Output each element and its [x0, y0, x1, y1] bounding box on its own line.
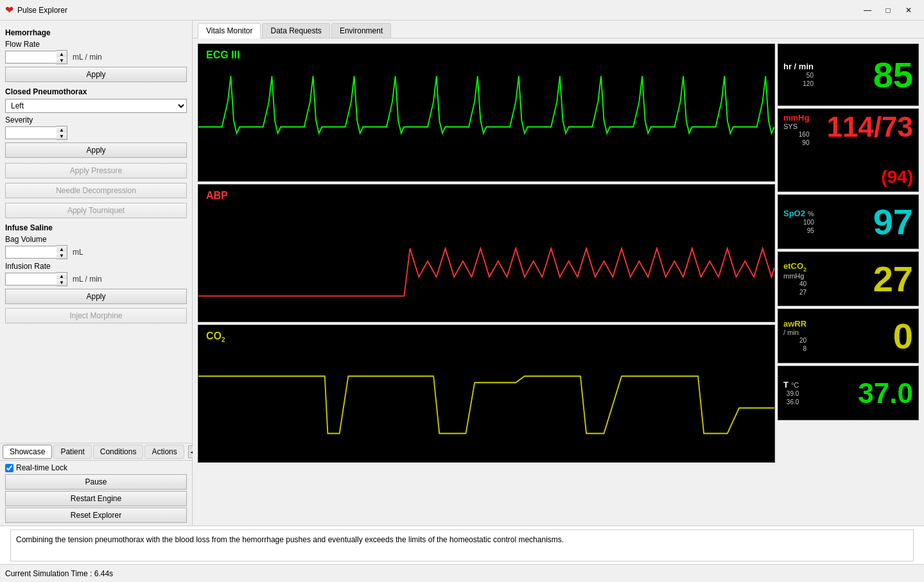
flow-rate-input-group: 70.00 ▲ ▼ — [5, 50, 67, 64]
ecg-panel: ECG III — [198, 44, 775, 182]
minimize-button[interactable]: — — [857, 0, 878, 21]
awrr-scale: 20 8 — [783, 336, 806, 353]
app-icon: ❤ — [5, 4, 13, 16]
sim-time-label: Current Simulation Time : — [5, 569, 92, 578]
abp-panel: ABP — [198, 184, 775, 322]
waveforms-area: ECG III ABP — [198, 44, 775, 520]
infuse-saline-section: Infuse Saline Bag Volume 500.00 ▲ ▼ mL I… — [5, 223, 187, 305]
realtime-lock-checkbox[interactable] — [5, 464, 13, 472]
apply-pressure-button[interactable]: Apply Pressure — [5, 163, 187, 178]
etco2-vital: etCO2 mmHg 40 27 27 — [778, 252, 919, 306]
message-area: Combining the tension pneumothorax with … — [0, 526, 924, 564]
ecg-label: ECG III — [206, 49, 240, 61]
flow-rate-input[interactable]: 70.00 — [5, 51, 57, 64]
infusion-rate-unit: mL / min — [73, 275, 102, 284]
severity-label: Severity — [5, 116, 187, 124]
sim-time-value: 6.44s — [94, 569, 113, 578]
temp-scale: 39.0 36.0 — [783, 389, 799, 406]
bp-scale: 160 90 — [783, 130, 809, 147]
etco2-value: 27 — [873, 261, 913, 297]
temp-unit: °C — [791, 381, 799, 389]
flow-rate-up-arrow[interactable]: ▲ — [57, 51, 67, 57]
main-tabs-bar: Vitals Monitor Data Requests Environment — [193, 21, 924, 39]
tab-conditions[interactable]: Conditions — [93, 445, 144, 459]
vitals-panel: hr / min 50 120 85 mmHg — [778, 44, 919, 520]
severity-down-arrow[interactable]: ▼ — [57, 133, 67, 139]
bag-volume-unit: mL — [73, 248, 83, 257]
hr-label: hr / min — [783, 62, 814, 71]
inject-morphine-button[interactable]: Inject Morphine — [5, 308, 187, 323]
apply-tourniquet-button[interactable]: Apply Tourniquet — [5, 203, 187, 218]
spo2-vital: SpO2 % 100 95 97 — [778, 194, 919, 249]
bp-label: mmHg — [783, 113, 809, 123]
infusion-rate-label: Infusion Rate — [5, 262, 187, 271]
left-panel: Hemorrhage Flow Rate 70.00 ▲ ▼ mL / min … — [0, 21, 192, 443]
severity-input[interactable]: 0.000 — [5, 126, 57, 139]
infusion-rate-input[interactable]: 100.00 — [5, 273, 57, 286]
bag-volume-up-arrow[interactable]: ▲ — [57, 246, 67, 252]
needle-decompression-button[interactable]: Needle Decompression — [5, 183, 187, 198]
bottom-controls: Real-time Lock Pause Restart Engine Rese… — [0, 460, 192, 526]
spo2-scale: 100 95 — [783, 218, 814, 235]
co2-panel: CO2 — [198, 325, 775, 463]
tab-data-requests[interactable]: Data Requests — [262, 23, 329, 38]
status-bar: Current Simulation Time : 6.44s — [0, 564, 924, 582]
spo2-unit: % — [808, 210, 814, 218]
temp-value: 37.0 — [858, 379, 913, 407]
close-button[interactable]: ✕ — [898, 0, 919, 21]
maximize-button[interactable]: □ — [878, 0, 898, 21]
bag-volume-input[interactable]: 500.00 — [5, 246, 57, 259]
reset-explorer-button[interactable]: Reset Explorer — [5, 508, 187, 523]
infusion-rate-down-arrow[interactable]: ▼ — [57, 279, 67, 286]
title-bar: ❤ Pulse Explorer — □ ✕ — [0, 0, 924, 21]
awrr-label: awRR — [783, 319, 806, 329]
flow-rate-unit: mL / min — [73, 53, 102, 62]
tab-showcase[interactable]: Showcase — [3, 445, 52, 459]
message-box: Combining the tension pneumothorax with … — [10, 529, 914, 561]
awrr-unit: / min — [783, 329, 806, 336]
etco2-unit: mmHg — [783, 272, 806, 280]
co2-label: CO2 — [206, 330, 225, 343]
flow-rate-down-arrow[interactable]: ▼ — [57, 57, 67, 64]
pneumothorax-apply-button[interactable]: Apply — [5, 142, 187, 158]
bp-map-value: (94) — [881, 167, 913, 187]
flow-rate-label: Flow Rate — [5, 40, 187, 49]
realtime-lock-label: Real-time Lock — [16, 463, 67, 472]
tab-actions[interactable]: Actions — [144, 445, 184, 459]
pneumothorax-side-select[interactable]: Left Right — [5, 99, 187, 113]
temp-label: T — [783, 380, 789, 389]
bag-volume-input-group: 500.00 ▲ ▼ — [5, 245, 67, 259]
etco2-scale: 40 27 — [783, 280, 806, 296]
bag-volume-label: Bag Volume — [5, 235, 187, 244]
pause-button[interactable]: Pause — [5, 474, 187, 490]
infuse-saline-title: Infuse Saline — [5, 223, 187, 232]
monitor-area: ECG III ABP — [193, 39, 924, 526]
tab-environment[interactable]: Environment — [331, 23, 391, 38]
tab-patient[interactable]: Patient — [53, 445, 91, 459]
spo2-label: SpO2 — [783, 209, 805, 218]
bottom-tabs: Showcase Patient Conditions Actions ◄ ► — [0, 443, 192, 460]
hr-scale: 50 120 — [783, 71, 814, 88]
message-text: Combining the tension pneumothorax with … — [16, 535, 564, 544]
infusion-rate-input-group: 100.00 ▲ ▼ — [5, 272, 67, 286]
tab-vitals-monitor[interactable]: Vitals Monitor — [198, 23, 261, 39]
bag-volume-down-arrow[interactable]: ▼ — [57, 252, 67, 259]
temp-vital: T °C 39.0 36.0 37.0 — [778, 366, 919, 420]
infusion-rate-up-arrow[interactable]: ▲ — [57, 273, 67, 279]
hemorrhage-apply-button[interactable]: Apply — [5, 67, 187, 82]
hemorrhage-title: Hemorrhage — [5, 28, 187, 37]
saline-apply-button[interactable]: Apply — [5, 289, 187, 304]
bp-sys-label: SYS — [783, 123, 809, 130]
restart-engine-button[interactable]: Restart Engine — [5, 491, 187, 506]
awrr-vital: awRR / min 20 8 0 — [778, 309, 919, 363]
severity-up-arrow[interactable]: ▲ — [57, 126, 67, 133]
bp-value: 114/73 — [826, 113, 913, 141]
abp-label: ABP — [206, 190, 228, 201]
etco2-label: etCO2 — [783, 261, 806, 273]
pneumothorax-section: Closed Pneumothorax Left Right Severity … — [5, 87, 187, 159]
hr-value: 85 — [873, 57, 913, 93]
bp-vital: mmHg SYS 160 90 114/73 (94) — [778, 108, 919, 192]
app-title: Pulse Explorer — [17, 6, 67, 15]
severity-input-group: 0.000 ▲ ▼ — [5, 126, 67, 140]
hr-vital: hr / min 50 120 85 — [778, 44, 919, 106]
